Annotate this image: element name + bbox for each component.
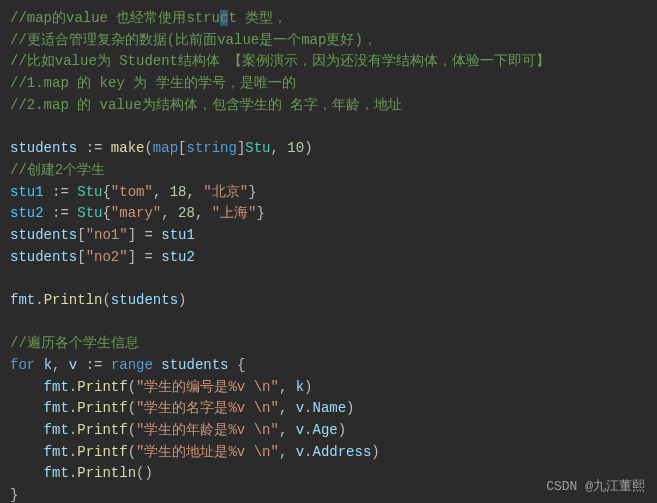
watermark: CSDN @九江董熙	[546, 477, 645, 497]
code-line: //比如value为 Student结构体 【案例演示，因为还没有学结构体，体验…	[10, 51, 647, 73]
code-line: //2.map 的 value为结构体，包含学生的 名字，年龄，地址	[10, 95, 647, 117]
code-line: //更适合管理复杂的数据(比前面value是一个map更好)，	[10, 30, 647, 52]
code-line: //map的value 也经常使用struct 类型，	[10, 8, 647, 30]
code-line: fmt.Println(students)	[10, 290, 647, 312]
blank-line	[10, 312, 647, 334]
code-line: for k, v := range students {	[10, 355, 647, 377]
code-line: fmt.Printf("学生的年龄是%v \n", v.Age)	[10, 420, 647, 442]
code-line: //创建2个学生	[10, 160, 647, 182]
code-line: students := make(map[string]Stu, 10)	[10, 138, 647, 160]
blank-line	[10, 268, 647, 290]
code-line: fmt.Printf("学生的名字是%v \n", v.Name)	[10, 398, 647, 420]
blank-line	[10, 116, 647, 138]
code-line: //遍历各个学生信息	[10, 333, 647, 355]
code-line: fmt.Printf("学生的地址是%v \n", v.Address)	[10, 442, 647, 464]
code-line: //1.map 的 key 为 学生的学号，是唯一的	[10, 73, 647, 95]
code-line: fmt.Printf("学生的编号是%v \n", k)	[10, 377, 647, 399]
code-editor[interactable]: //map的value 也经常使用struct 类型， //更适合管理复杂的数据…	[10, 8, 647, 503]
code-line: stu2 := Stu{"mary", 28, "上海"}	[10, 203, 647, 225]
code-line: students["no1"] = stu1	[10, 225, 647, 247]
code-line: stu1 := Stu{"tom", 18, "北京"}	[10, 182, 647, 204]
code-line: students["no2"] = stu2	[10, 247, 647, 269]
